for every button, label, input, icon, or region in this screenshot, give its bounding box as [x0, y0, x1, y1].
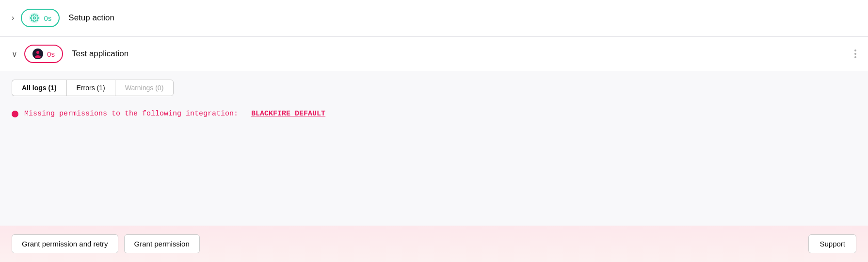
tab-warnings[interactable]: Warnings (0)	[115, 80, 174, 96]
setup-badge[interactable]: 0s	[21, 9, 60, 27]
support-button[interactable]: Support	[808, 234, 856, 253]
page-wrapper: › 0s Setup action ∨ 0s Test applic	[0, 0, 868, 262]
action-bar: Grant permission and retry Grant permiss…	[0, 226, 868, 262]
tabs-row: All logs (1) Errors (1) Warnings (0)	[12, 80, 856, 96]
error-dot-icon	[12, 111, 18, 117]
setup-action-row: › 0s Setup action	[0, 0, 868, 36]
test-badge[interactable]: 0s	[24, 45, 63, 63]
test-chevron-down-icon[interactable]: ∨	[12, 49, 17, 59]
setup-gear-icon	[29, 13, 40, 23]
test-avatar-icon	[32, 49, 43, 59]
setup-chevron-right-icon[interactable]: ›	[12, 14, 14, 22]
test-application-row: ∨ 0s Test application	[0, 37, 868, 71]
test-application-label: Test application	[72, 49, 129, 59]
svg-point-0	[33, 17, 36, 19]
tab-errors[interactable]: Errors (1)	[66, 80, 115, 96]
log-entry: Missing permissions to the following int…	[12, 106, 856, 122]
dot-2	[854, 53, 856, 55]
setup-badge-time: 0s	[44, 14, 51, 22]
logs-area: All logs (1) Errors (1) Warnings (0) Mis…	[0, 71, 868, 226]
dot-1	[854, 49, 856, 51]
log-message-prefix: Missing permissions to the following int…	[24, 110, 238, 118]
integration-name: BLACKFIRE_DEFAULT	[251, 110, 325, 118]
tab-all-logs[interactable]: All logs (1)	[12, 80, 66, 96]
grant-permission-button[interactable]: Grant permission	[124, 234, 200, 253]
test-badge-time: 0s	[47, 50, 55, 58]
log-message-text: Missing permissions to the following int…	[24, 110, 325, 118]
setup-action-label: Setup action	[68, 13, 114, 23]
dot-3	[854, 56, 856, 58]
grant-permission-and-retry-button[interactable]: Grant permission and retry	[12, 234, 118, 253]
svg-point-1	[36, 51, 39, 54]
svg-point-2	[35, 55, 41, 58]
more-options-button[interactable]	[854, 49, 856, 58]
